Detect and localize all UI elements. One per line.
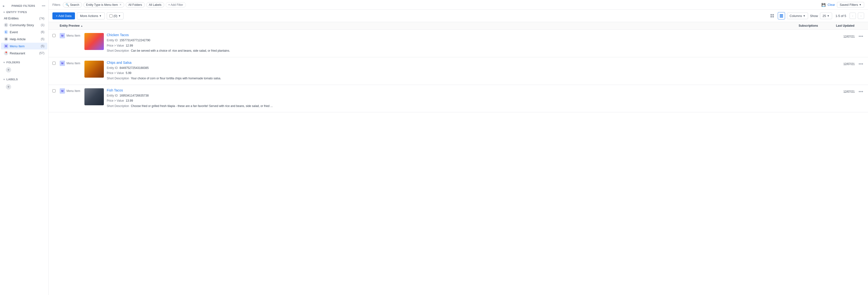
folders-label: FOLDERS	[6, 61, 20, 64]
header-subscriptions[interactable]: Subscriptions	[782, 24, 818, 27]
price-label-3: Price > Value	[107, 99, 124, 102]
sidebar-item-restaurant[interactable]: 📍 Restaurant (57)	[1, 50, 47, 57]
row-title-2[interactable]: Chips and Salsa	[107, 61, 835, 64]
entity-type-chip[interactable]: Entity Type is Menu Item ✕	[84, 2, 124, 7]
grid-view-button[interactable]	[769, 12, 776, 20]
row-content-2: M Menu Item Chips and Salsa Entity ID 84…	[60, 61, 835, 81]
sidebar-item-event[interactable]: E Event (6)	[1, 29, 47, 35]
entity-types-chevron: ▼	[3, 11, 5, 13]
menu-item-icon-1: M	[60, 33, 65, 38]
row-details-1: Chicken Tacos Entity ID 1557731437712242…	[107, 33, 835, 54]
show-chevron: ▼	[827, 14, 830, 17]
clear-button[interactable]: Clear	[828, 3, 835, 6]
select-count-label: (0)	[114, 14, 117, 18]
restaurant-label: Restaurant	[10, 52, 25, 55]
all-labels-chip[interactable]: All Labels	[146, 2, 164, 7]
entity-id-label-2: Entity ID	[107, 66, 118, 70]
community-count: (1)	[41, 23, 44, 27]
filter-bar-right: 💾 Clear Saved Filters ▼	[822, 2, 864, 7]
sidebar-item-help[interactable]: ⊗ Help Article (5)	[1, 36, 47, 42]
pinned-filters-more-icon[interactable]: •••	[42, 4, 45, 8]
header-last-updated[interactable]: Last Updated	[818, 24, 855, 27]
columns-chevron: ▼	[803, 14, 805, 17]
labels-chevron: ▼	[3, 78, 5, 81]
select-chevron: ▼	[118, 14, 121, 17]
row-right-3: 12/07/21 •••	[835, 88, 864, 94]
folders-chevron: ▼	[3, 61, 5, 64]
menu-item-icon-3: M	[60, 88, 65, 94]
table-container: Entity Preview ▲ Subscriptions Last Upda…	[49, 22, 868, 295]
menu-label: Menu Item	[10, 45, 25, 48]
row-title-3[interactable]: Fish Tacos	[107, 88, 835, 92]
select-all-checkbox[interactable]	[110, 14, 113, 18]
prev-page-button[interactable]: ‹	[849, 12, 856, 19]
search-chip[interactable]: 🔍 Search	[63, 2, 82, 7]
add-folder-button[interactable]: +	[6, 67, 11, 72]
price-value-1: 12.99	[126, 44, 133, 47]
saved-filters-button[interactable]: Saved Filters ▼	[837, 2, 864, 7]
header-entity-preview[interactable]: Entity Preview ▲	[60, 24, 782, 27]
more-actions-chevron: ▼	[99, 14, 102, 17]
add-label-button[interactable]: +	[6, 84, 11, 90]
add-data-button[interactable]: + Add Data	[53, 12, 75, 20]
main-content: Filters 🔍 Search Entity Type is Menu Ite…	[49, 0, 868, 295]
more-actions-button[interactable]: More Actions ▼	[77, 12, 105, 20]
row-date-2: 12/07/21	[835, 62, 855, 66]
pinned-filters-chevron: ▶	[3, 5, 5, 7]
columns-label: Columns	[789, 14, 802, 18]
help-count: (5)	[41, 37, 44, 41]
entity-type-close-icon[interactable]: ✕	[119, 3, 122, 6]
all-folders-label: All Folders	[128, 3, 142, 6]
row-right-2: 12/07/21 •••	[835, 61, 864, 67]
entity-types-section[interactable]: ▼ ENTITY TYPES	[0, 9, 48, 15]
entity-types-label: ENTITY TYPES	[6, 11, 27, 13]
pinned-filters-row[interactable]: ▶ PINNED FILTERS •••	[0, 2, 48, 9]
checkbox-3[interactable]	[53, 89, 56, 92]
table-header: Entity Preview ▲ Subscriptions Last Upda…	[49, 22, 868, 30]
next-page-button[interactable]: ›	[858, 12, 864, 19]
svg-rect-1	[772, 14, 774, 16]
row-meta-1: Entity ID 1557731437712242790 Price > Va…	[107, 38, 835, 54]
row-details-3: Fish Tacos Entity ID 169534114726635738 …	[107, 88, 835, 109]
list-view-button[interactable]	[778, 12, 785, 20]
desc-label-2: Short Description	[107, 77, 129, 80]
labels-section[interactable]: ▼ LABELS	[0, 77, 48, 82]
sidebar-item-community[interactable]: C Community Story (1)	[1, 22, 47, 28]
checkbox-2[interactable]	[53, 62, 56, 65]
checkbox-1[interactable]	[53, 34, 56, 37]
pagination-info: 1-5 of 5	[836, 14, 846, 18]
row-type-2: M Menu Item	[60, 61, 82, 66]
show-select[interactable]: 25 ▼	[820, 12, 832, 19]
svg-rect-2	[771, 16, 772, 18]
row-title-1[interactable]: Chicken Tacos	[107, 33, 835, 37]
desc-value-2: Your choice of corn or flour tortilla ch…	[131, 77, 221, 80]
help-label: Help Article	[10, 37, 26, 41]
entity-preview-label: Entity Preview	[60, 24, 80, 27]
row-more-button-1[interactable]: •••	[858, 34, 864, 39]
svg-rect-5	[780, 16, 783, 16]
row-checkbox-2[interactable]	[53, 61, 60, 65]
all-folders-chip[interactable]: All Folders	[126, 2, 145, 7]
row-checkbox-3[interactable]	[53, 88, 60, 93]
sidebar-item-all[interactable]: All Entities (74)	[1, 15, 47, 21]
row-content-1: M Menu Item Chicken Tacos Entity ID 1557…	[60, 33, 835, 54]
all-entities-count: (74)	[39, 17, 44, 20]
select-all-button[interactable]: (0) ▼	[107, 12, 123, 20]
row-image-1	[85, 33, 104, 50]
row-image-3	[85, 88, 104, 105]
type-label-3: Menu Item	[66, 89, 80, 93]
row-more-button-2[interactable]: •••	[858, 62, 864, 67]
row-meta-3: Entity ID 169534114726635738 Price > Val…	[107, 93, 835, 109]
folders-section[interactable]: ▼ FOLDERS	[0, 59, 48, 65]
help-icon: ⊗	[4, 37, 8, 41]
columns-button[interactable]: Columns ▼	[787, 12, 808, 19]
row-details-2: Chips and Salsa Entity ID 84497527254318…	[107, 61, 835, 81]
row-more-button-3[interactable]: •••	[858, 89, 864, 94]
add-filter-chip[interactable]: + Add Filter	[166, 2, 186, 7]
desc-label-1: Short Description	[107, 49, 129, 52]
row-checkbox-1[interactable]	[53, 33, 60, 38]
save-filter-icon[interactable]: 💾	[822, 3, 826, 7]
more-actions-label: More Actions	[80, 14, 98, 18]
sidebar-item-menu[interactable]: M Menu Item (5)	[1, 43, 47, 50]
price-label-2: Price > Value	[107, 71, 124, 75]
